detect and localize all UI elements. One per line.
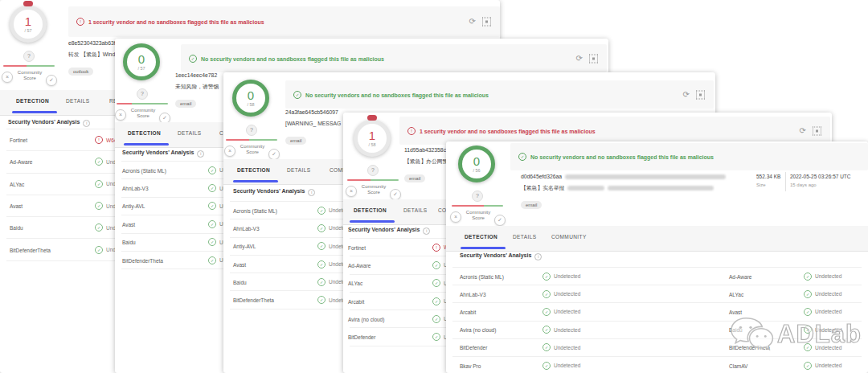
verdict-banner: !1 security vendor and no sandboxes flag…	[68, 6, 500, 37]
detection-score-total: / 58	[368, 142, 375, 147]
vendor-result: ✓Undetected	[542, 273, 580, 281]
file-name: [WARNING_ MESSAG	[285, 121, 341, 126]
community-score-bar	[347, 179, 399, 181]
file-tag-email[interactable]: email	[521, 201, 542, 209]
upvote-button[interactable]: ✓	[46, 75, 57, 86]
undetected-icon: ✓	[432, 297, 440, 305]
tab-details[interactable]: DETAILS	[403, 207, 427, 213]
undetected-icon: ✓	[432, 333, 440, 341]
tab-detection[interactable]: DETECTION	[237, 167, 270, 173]
file-hash-line: e8e52304323ab63f5	[68, 40, 122, 47]
file-tag-email[interactable]: email	[175, 100, 196, 108]
tab-details[interactable]: DETAILS	[287, 167, 310, 173]
undetected-icon: ✓	[208, 220, 216, 228]
community-score-bar	[3, 65, 55, 67]
expand-icon[interactable]	[482, 18, 491, 27]
undetected-icon: ✓	[208, 238, 216, 246]
upvote-button[interactable]: ✓	[494, 215, 506, 226]
info-icon: i	[308, 189, 315, 196]
vendor-result-text: Undetected	[554, 345, 580, 350]
undetected-icon: ✓	[317, 278, 326, 286]
file-tag-email[interactable]: email	[285, 137, 306, 145]
file-tag-email[interactable]: email	[404, 174, 425, 182]
vendor-name: ALYac	[10, 181, 24, 186]
community-score-bar	[117, 103, 168, 105]
file-hash: 24a3fae645cb546097	[285, 109, 338, 115]
vendor-name: AhnLab-V3	[122, 186, 149, 191]
undetected-icon: ✓	[317, 260, 326, 268]
analysis-title: Security Vendors' Analysisi	[8, 119, 90, 127]
vendor-name: ALYac	[348, 281, 362, 286]
detection-score-circle: 1/ 57	[10, 6, 47, 43]
reanalyze-icon[interactable]: ⟳	[469, 18, 476, 26]
tab-detection[interactable]: DETECTION	[128, 130, 161, 136]
detection-score-circle: 0/ 56	[458, 146, 495, 182]
reanalyze-icon[interactable]: ⟳	[683, 91, 690, 99]
expand-icon[interactable]	[696, 90, 705, 99]
file-date-block: 2022-05-25 03:26:57 UTC15 days ago	[790, 174, 851, 187]
tab-details[interactable]: DETAILS	[513, 234, 536, 240]
reanalyze-icon[interactable]: ⟳	[576, 55, 583, 63]
undetected-icon: ✓	[95, 223, 103, 232]
undetected-icon: ✓	[95, 202, 103, 210]
detection-score-value: 1	[369, 130, 375, 141]
expand-icon[interactable]	[589, 54, 598, 63]
info-icon: i	[534, 253, 542, 260]
clean-check-icon: ✓	[189, 55, 197, 63]
file-info: d0d645efd326aa【紧急】实名举报email	[521, 174, 726, 204]
undetected-icon: ✓	[317, 207, 326, 215]
file-info: 24a3fae645cb546097[WARNING_ MESSAGemail	[285, 109, 341, 140]
verdict-text: No security vendors and no sandboxes fla…	[530, 154, 714, 160]
file-tags: email	[175, 94, 219, 103]
vendor-result: ✓Undetected	[804, 362, 841, 370]
file-hash-line: 24a3fae645cb546097	[285, 109, 341, 116]
vendor-name: Avast	[122, 221, 135, 227]
tab-detection[interactable]: DETECTION	[16, 98, 49, 104]
upvote-button[interactable]: ✓	[390, 189, 401, 200]
verdict-text: 1 security vendor and no sandboxes flagg…	[420, 128, 596, 133]
vendor-result-text: Undetected	[554, 309, 580, 314]
vendor-name: BitDefenderTheta	[10, 247, 51, 252]
undetected-icon: ✓	[95, 246, 103, 254]
active-tab-underline	[461, 247, 506, 249]
community-question-badge: ?	[367, 165, 379, 176]
tab-details[interactable]: DETAILS	[178, 130, 201, 136]
undetected-icon: ✓	[317, 296, 326, 304]
vendor-result-text: Undetected	[815, 363, 841, 368]
analysis-title-text: Security Vendors' Analysis	[460, 252, 531, 258]
reanalyze-icon[interactable]: ⟳	[800, 127, 806, 135]
detection-score-total: / 57	[24, 28, 31, 33]
vendor-result: ✓Undetected	[804, 290, 841, 298]
analysis-title-text: Security Vendors' Analysis	[8, 119, 80, 125]
vendor-name: Avast	[233, 261, 246, 267]
upvote-button[interactable]: ✓	[268, 149, 280, 160]
detection-score-value: 0	[138, 54, 145, 65]
vendor-result: ✓Undetected	[542, 326, 580, 334]
verdict-banner: ✓No security vendors and no sandboxes fl…	[510, 143, 868, 170]
expand-icon[interactable]	[813, 126, 821, 135]
vendor-name: Ad-Aware	[729, 273, 751, 279]
vendor-name: Ad-Aware	[10, 159, 32, 165]
file-hash: 1eec14eec4e782	[175, 72, 217, 78]
analysis-title-text: Security Vendors' Analysis	[348, 227, 420, 232]
info-icon: i	[197, 150, 204, 158]
file-tag-outlook[interactable]: outlook	[68, 68, 93, 76]
file-info: 1eec14eec4e782未知风险，请警惕email	[175, 72, 219, 103]
detection-score-value: 1	[25, 16, 31, 27]
detection-score-total: / 57	[137, 66, 145, 71]
tab-detection[interactable]: DETECTION	[354, 207, 387, 213]
file-hash-line: d0d645efd326aa	[521, 174, 726, 180]
vendor-name: Avira (no cloud)	[460, 327, 496, 333]
vendor-name: Baidu	[122, 240, 136, 245]
vendor-name: Acronis (Static ML)	[460, 273, 504, 279]
vendor-name: Fortinet	[10, 137, 27, 143]
tab-bar: DETECTIONDETAILSCOMMUNITY	[446, 226, 868, 252]
tab-detection[interactable]: DETECTION	[465, 234, 497, 240]
tab-community[interactable]: COMMUNITY	[551, 234, 587, 240]
tab-details[interactable]: DETAILS	[66, 98, 89, 104]
analysis-title: Security Vendors' Analysisi	[348, 227, 430, 235]
virustotal-report-stack: 1/ 57?×Community Score✓!1 security vendo…	[0, 0, 868, 373]
redacted-text	[567, 186, 604, 191]
file-name: 转发 【紧急】Window	[68, 51, 122, 57]
undetected-icon: ✓	[804, 290, 812, 298]
